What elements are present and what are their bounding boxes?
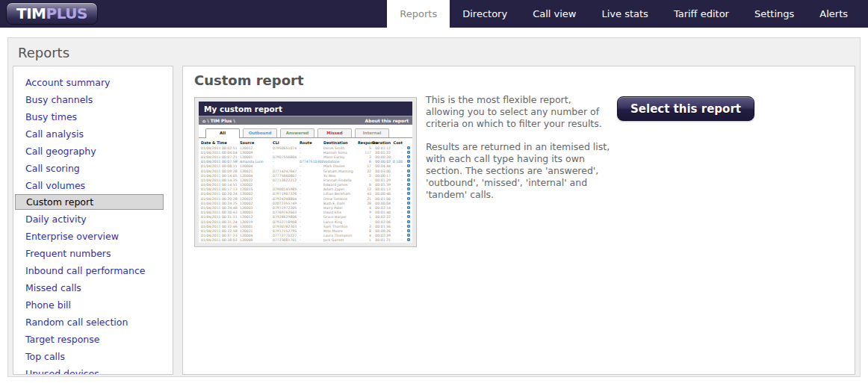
call-detail-icon[interactable] bbox=[407, 187, 410, 190]
call-detail-icon[interactable] bbox=[407, 197, 410, 200]
nav-tab-reports[interactable]: Reports bbox=[387, 0, 450, 28]
call-detail-icon[interactable] bbox=[407, 215, 410, 218]
sidebar-item-call-volumes[interactable]: Call volumes bbox=[13, 177, 173, 193]
call-detail-icon[interactable] bbox=[407, 211, 410, 214]
call-detail-icon[interactable] bbox=[407, 238, 410, 241]
cell-source: 120012 bbox=[240, 215, 273, 219]
cell-cost: 0.100 bbox=[391, 160, 403, 164]
thumb-tab-missed[interactable]: Missed bbox=[317, 128, 352, 137]
thumb-tab-answered[interactable]: Answered bbox=[280, 128, 314, 137]
nav-tab-live-stats[interactable]: Live stats bbox=[589, 0, 661, 28]
sidebar-item-enterprise-overview[interactable]: Enterprise overview bbox=[13, 228, 173, 244]
thumb-tab-internal[interactable]: Internal bbox=[355, 128, 389, 137]
table-row[interactable]: 01/04/2011 00:37:2312000407772770227-Lau… bbox=[199, 234, 412, 238]
nav-tab-alerts[interactable]: Alerts bbox=[807, 0, 861, 28]
call-detail-icon[interactable] bbox=[407, 183, 410, 186]
cell-cli: 02072355749 bbox=[273, 202, 300, 205]
table-row[interactable]: 01/04/2011 00:07:2112000107907556804-Man… bbox=[199, 155, 412, 159]
cell-actions bbox=[403, 169, 410, 173]
table-row[interactable]: 01/04/2011 00:14:0512000407775660807-Yu … bbox=[199, 173, 412, 178]
table-row[interactable]: 01/04/2011 00:02:5112001207950651074-Der… bbox=[199, 146, 412, 150]
cell-cost: - bbox=[391, 155, 403, 159]
call-detail-icon[interactable] bbox=[407, 155, 410, 158]
thumb-col-cli: CLI bbox=[273, 140, 300, 145]
cell-cost: - bbox=[391, 215, 403, 219]
call-detail-icon[interactable] bbox=[407, 164, 410, 167]
sidebar-item-random-call-selection[interactable]: Random call selection bbox=[13, 314, 173, 330]
sidebar-item-account-summary[interactable]: Account summary bbox=[13, 74, 173, 90]
cell-destination: Hannah Soisa bbox=[323, 151, 358, 155]
table-row[interactable]: 01/04/2011 00:08:11120004--Mark Davies17… bbox=[199, 164, 412, 169]
table-row[interactable]: 01/04/2011 00:31:2412001907932718908-Lan… bbox=[199, 220, 412, 224]
cell-actions bbox=[403, 183, 410, 187]
nav-tab-call-view[interactable]: Call view bbox=[520, 0, 589, 28]
sidebar-item-missed-calls[interactable]: Missed calls bbox=[13, 279, 173, 296]
sidebar-item-phone-bill[interactable]: Phone bill bbox=[13, 296, 173, 313]
table-row[interactable]: 01/04/2011 00:32:5812002107917152795-Pet… bbox=[199, 228, 412, 233]
call-detail-icon[interactable] bbox=[407, 192, 410, 195]
sidebar-item-frequent-numbers[interactable]: Frequent numbers bbox=[13, 245, 173, 261]
sidebar-item-unused-devices[interactable]: Unused devices bbox=[13, 365, 173, 375]
sidebar-item-call-geography[interactable]: Call geography bbox=[13, 143, 173, 159]
table-row[interactable]: 01/04/2011 00:24:4812000307971972205-Har… bbox=[199, 205, 412, 210]
cell-cli: 07930782303 bbox=[273, 225, 300, 228]
sidebar-item-call-scoring[interactable]: Call scoring bbox=[13, 160, 173, 176]
table-row[interactable]: 01/04/2011 00:24:2512000202072355749-Bar… bbox=[199, 201, 412, 205]
sidebar-item-daily-activity[interactable]: Daily activity bbox=[13, 211, 173, 227]
home-icon: ⌂ bbox=[202, 118, 205, 123]
table-row[interactable]: 01/04/2011 00:30:4312000307769762603-Dav… bbox=[199, 211, 412, 215]
call-detail-icon[interactable] bbox=[407, 178, 410, 181]
call-detail-icon[interactable] bbox=[407, 160, 410, 163]
call-detail-icon[interactable] bbox=[407, 146, 410, 149]
sidebar-item-target-response[interactable]: Target response bbox=[13, 331, 173, 347]
sidebar-item-call-analysis[interactable]: Call analysis bbox=[13, 125, 173, 142]
sidebar-item-busy-channels[interactable]: Busy channels bbox=[13, 91, 173, 108]
cell-source: 120003 bbox=[240, 211, 273, 214]
call-detail-icon[interactable] bbox=[407, 202, 410, 205]
cell-duration: 00:01:13 bbox=[371, 187, 391, 191]
nav-tab-tariff-editor[interactable]: Tariff editor bbox=[661, 0, 742, 28]
cell-cost: - bbox=[391, 202, 403, 205]
call-detail-icon[interactable] bbox=[407, 220, 410, 223]
cell-duration: 00:04:44 bbox=[371, 164, 391, 168]
table-row[interactable]: 01/04/2011 00:20:2412000207971907326-Lil… bbox=[199, 192, 412, 196]
sidebar-item-custom-report[interactable]: Custom report bbox=[15, 194, 164, 210]
table-row[interactable]: 01/04/2011 00:31:1112001207928629806-Gra… bbox=[199, 215, 412, 220]
thumb-tab-outbound[interactable]: Outbound bbox=[243, 128, 277, 137]
call-detail-icon[interactable] bbox=[407, 174, 410, 177]
call-detail-icon[interactable] bbox=[407, 229, 410, 232]
cell-response: 1 bbox=[358, 238, 371, 242]
sidebar-item-top-calls[interactable]: Top calls bbox=[13, 348, 173, 364]
cell-source: 120002 bbox=[240, 183, 273, 187]
call-detail-icon[interactable] bbox=[407, 225, 410, 228]
call-detail-icon[interactable] bbox=[407, 234, 410, 237]
sidebar-item-busy-times[interactable]: Busy times bbox=[13, 108, 173, 125]
table-row[interactable]: 01/04/2011 00:14:51120002--Edward James6… bbox=[199, 183, 412, 187]
table-row[interactable]: 01/04/2011 00:17:1312001507900145985-Ada… bbox=[199, 187, 412, 192]
cell-duration: 00:01:39 bbox=[371, 183, 391, 187]
reports-panel: Reports Account summaryBusy channelsBusy… bbox=[7, 37, 861, 377]
table-row[interactable]: 01/04/2011 00:20:2812002207924248804-Dre… bbox=[199, 196, 412, 201]
table-row[interactable]: 01/04/2011 00:38:0312000807723081701-Jac… bbox=[199, 238, 412, 243]
table-row[interactable]: 01/04/2011 00:04:04120009--Hannah Soisa1… bbox=[199, 150, 412, 155]
cell-cli: - bbox=[273, 164, 300, 168]
call-detail-icon[interactable] bbox=[407, 151, 410, 154]
call-detail-icon[interactable] bbox=[407, 206, 410, 209]
cell-response: 17 bbox=[358, 164, 371, 168]
cell-source: 120015 bbox=[240, 187, 273, 191]
thumb-tab-all[interactable]: All bbox=[205, 128, 240, 138]
cell-response: 28 bbox=[358, 202, 371, 205]
table-row[interactable]: 01/04/2011 00:32:4612000107930782303-Sam… bbox=[199, 224, 412, 228]
nav-tab-settings[interactable]: Settings bbox=[742, 0, 807, 28]
cell-actions bbox=[403, 151, 410, 155]
cell-source: 120008 bbox=[240, 238, 273, 242]
select-this-report-button[interactable]: Select this report bbox=[617, 96, 754, 121]
call-detail-icon[interactable] bbox=[407, 169, 410, 172]
cell-cli: 07775660807 bbox=[273, 174, 300, 178]
table-row[interactable]: 01/04/2011 00:09:2812002107714247647-Gra… bbox=[199, 169, 412, 173]
cell-source: Amanda Lunn bbox=[240, 160, 273, 164]
table-row[interactable]: 01/04/2011 00:07:58Amanda Lunn-077475103… bbox=[199, 160, 412, 164]
nav-tab-directory[interactable]: Directory bbox=[450, 0, 520, 28]
table-row[interactable]: 01/04/2011 00:14:3512002207713622212-Fra… bbox=[199, 178, 412, 182]
sidebar-item-inbound-call-performance[interactable]: Inbound call performance bbox=[13, 262, 173, 278]
